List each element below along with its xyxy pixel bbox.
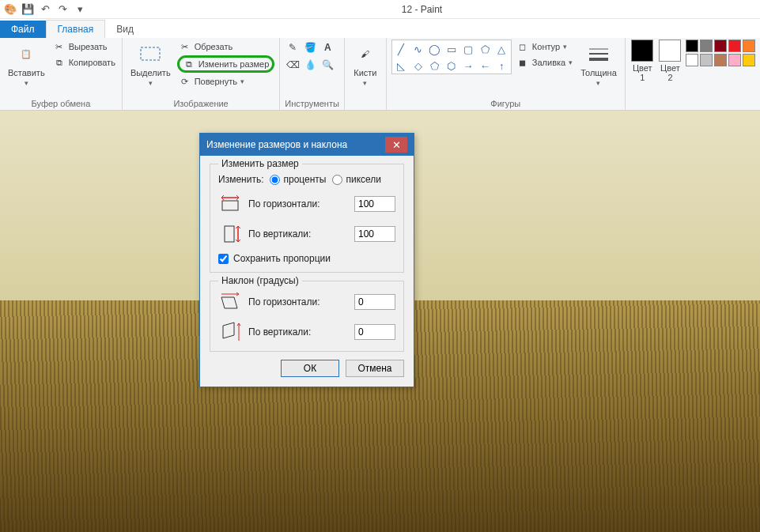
- dialog-title: Изменение размеров и наклона: [206, 139, 347, 150]
- ribbon: 📋 Вставить ▾ ✂ Вырезать ⧉ Копировать Буф…: [0, 38, 760, 111]
- palette-swatch[interactable]: [700, 54, 713, 66]
- qat-dropdown-icon[interactable]: ▾: [73, 2, 87, 17]
- shape-tri[interactable]: △: [493, 41, 510, 58]
- palette-swatch[interactable]: [700, 40, 713, 52]
- copy-button[interactable]: ⧉ Копировать: [51, 55, 117, 70]
- chevron-down-icon: ▾: [149, 79, 153, 87]
- text-tool[interactable]: A: [320, 40, 335, 55]
- resize-h-input[interactable]: [354, 196, 395, 212]
- ribbon-tabs: Файл Главная Вид: [0, 19, 760, 38]
- copy-label: Копировать: [69, 58, 115, 67]
- thickness-label: Толщина: [580, 68, 617, 77]
- resize-h-icon: [218, 193, 242, 215]
- shape-pent[interactable]: ⬠: [426, 58, 443, 74]
- undo-icon[interactable]: ↶: [38, 2, 52, 17]
- picker-tool[interactable]: 💧: [302, 57, 318, 73]
- palette-swatch[interactable]: [686, 54, 698, 66]
- text-icon: A: [324, 42, 331, 53]
- palette-swatch[interactable]: [743, 40, 755, 52]
- shape-line[interactable]: ╱: [393, 41, 410, 58]
- shapes-gallery[interactable]: ╱ ∿ ◯ ▭ ▢ ⬠ △ ◺ ◇ ⬠ ⬡ → ← ↑: [391, 40, 512, 74]
- shape-arr-r[interactable]: →: [459, 58, 476, 74]
- shape-curve[interactable]: ∿: [410, 41, 426, 58]
- paste-button[interactable]: 📋 Вставить ▾: [5, 40, 48, 89]
- close-icon: ✕: [392, 139, 401, 151]
- group-image-label: Изображение: [127, 97, 274, 110]
- shape-hex[interactable]: ⬡: [443, 58, 459, 74]
- shape-oval[interactable]: ◯: [426, 41, 443, 58]
- cancel-button[interactable]: Отмена: [346, 360, 404, 377]
- resize-v-input[interactable]: [354, 226, 395, 242]
- select-rect-icon: [138, 41, 163, 66]
- radio-percent[interactable]: проценты: [270, 174, 326, 185]
- palette-swatch[interactable]: [728, 40, 741, 52]
- shape-outline-button[interactable]: ◻ Контур▾: [515, 40, 574, 54]
- svg-marker-10: [223, 323, 234, 338]
- palette-swatch[interactable]: [743, 54, 755, 66]
- shape-rect[interactable]: ▭: [443, 41, 459, 58]
- rotate-button[interactable]: ⟳ Повернуть ▾: [177, 74, 275, 89]
- ok-button[interactable]: ОК: [281, 360, 339, 377]
- radio-pixels-input[interactable]: [332, 175, 342, 185]
- crop-button[interactable]: ✂ Обрезать: [177, 40, 275, 54]
- shape-poly[interactable]: ⬠: [477, 41, 493, 58]
- palette-swatch[interactable]: [714, 54, 727, 66]
- rotate-icon: ⟳: [179, 75, 191, 88]
- shape-fill-button[interactable]: ◼ Заливка▾: [515, 55, 574, 70]
- outline-icon: ◻: [516, 40, 529, 53]
- tab-home[interactable]: Главная: [46, 20, 106, 38]
- resize-by-row: Изменить: проценты пиксели: [218, 174, 395, 185]
- thickness-button[interactable]: Толщина ▾: [577, 40, 620, 89]
- palette-swatch[interactable]: [728, 54, 741, 66]
- cut-button[interactable]: ✂ Вырезать: [51, 40, 117, 54]
- shape-arr-l[interactable]: ←: [477, 58, 493, 74]
- crop-label: Обрезать: [195, 42, 233, 51]
- select-button[interactable]: Выделить ▾: [127, 40, 174, 89]
- resize-button[interactable]: ⧉ Изменить размер: [177, 55, 275, 73]
- skew-v-input[interactable]: [354, 324, 395, 340]
- dialog-close-button[interactable]: ✕: [385, 137, 407, 153]
- zoom-tool[interactable]: 🔍: [320, 57, 335, 73]
- skew-h-input[interactable]: [354, 294, 395, 310]
- group-shapes: ╱ ∿ ◯ ▭ ▢ ⬠ △ ◺ ◇ ⬠ ⬡ → ← ↑ ◻ Контур▾: [387, 38, 626, 110]
- resize-v-label: По вертикали:: [248, 228, 348, 240]
- shape-arr-u[interactable]: ↑: [493, 58, 510, 74]
- skew-h-label: По горизонтали:: [248, 296, 348, 308]
- radio-percent-input[interactable]: [270, 175, 280, 185]
- eraser-tool[interactable]: ⌫: [285, 57, 301, 73]
- group-clipboard-label: Буфер обмена: [5, 97, 117, 110]
- tab-view[interactable]: Вид: [105, 21, 145, 38]
- dialog-titlebar[interactable]: Изменение размеров и наклона ✕: [200, 134, 414, 156]
- chevron-down-icon: ▾: [240, 77, 244, 85]
- color1-button[interactable]: Цвет 1: [630, 40, 655, 82]
- group-tools-label: Инструменты: [285, 97, 339, 110]
- tab-file[interactable]: Файл: [0, 21, 46, 38]
- color-palette: [686, 40, 755, 66]
- pencil-icon: ✎: [289, 42, 297, 53]
- fill-tool[interactable]: 🪣: [302, 40, 318, 55]
- group-brushes: 🖌 Кисти ▾: [345, 38, 387, 110]
- keep-aspect-input[interactable]: [218, 254, 229, 264]
- redo-icon[interactable]: ↷: [55, 2, 70, 17]
- radio-pixels[interactable]: пиксели: [332, 174, 381, 185]
- resize-label: Изменить размер: [199, 59, 270, 69]
- color2-button[interactable]: Цвет 2: [658, 40, 682, 82]
- chevron-down-icon: ▾: [25, 79, 28, 87]
- resize-h-label: По горизонтали:: [248, 198, 348, 209]
- keep-aspect-check[interactable]: Сохранить пропорции: [218, 253, 395, 264]
- shape-diamond[interactable]: ◇: [410, 58, 426, 74]
- resize-icon: ⧉: [183, 58, 195, 70]
- group-image: Выделить ▾ ✂ Обрезать ⧉ Изменить размер …: [123, 38, 280, 110]
- save-icon[interactable]: 💾: [21, 2, 35, 17]
- skew-v-label: По вертикали:: [248, 326, 348, 338]
- brushes-button[interactable]: 🖌 Кисти ▾: [350, 40, 381, 89]
- keep-aspect-label: Сохранить пропорции: [233, 253, 331, 264]
- copy-icon: ⧉: [53, 56, 66, 69]
- resize-legend: Изменить размер: [218, 158, 302, 169]
- pencil-tool[interactable]: ✎: [285, 40, 301, 55]
- shape-rrect[interactable]: ▢: [459, 41, 476, 58]
- shape-rtri[interactable]: ◺: [393, 58, 410, 74]
- palette-swatch[interactable]: [686, 40, 698, 52]
- palette-swatch[interactable]: [714, 40, 727, 52]
- group-brushes-label: [350, 97, 381, 110]
